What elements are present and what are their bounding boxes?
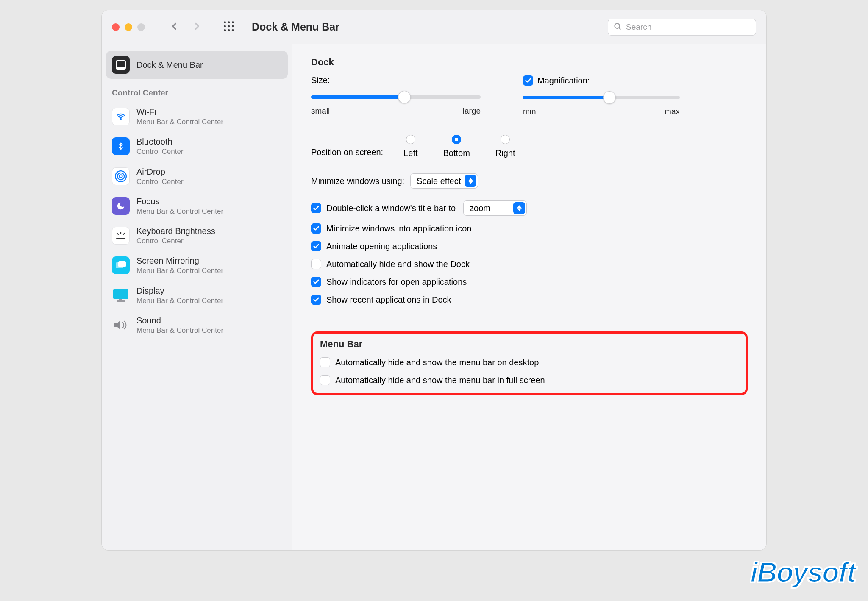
svg-point-1 <box>228 21 230 23</box>
svg-marker-27 <box>468 181 473 184</box>
sidebar-item-dock-menubar[interactable]: Dock & Menu Bar <box>106 51 288 79</box>
show-recent-checkbox[interactable] <box>311 295 321 305</box>
svg-point-7 <box>228 29 230 31</box>
sidebar-item-label: Dock & Menu Bar <box>136 60 203 70</box>
magnification-checkbox[interactable] <box>523 75 533 86</box>
minimize-effect-select[interactable]: Scale effect <box>410 173 478 189</box>
main-panel: Dock Size: small large <box>292 44 766 550</box>
sidebar-item-sublabel: Menu Bar & Control Center <box>136 266 223 275</box>
sidebar-item-sublabel: Menu Bar & Control Center <box>136 296 223 305</box>
dblclick-checkbox[interactable] <box>311 203 321 213</box>
check-label: Show recent applications in Dock <box>326 295 451 305</box>
sidebar-item-display[interactable]: Display Menu Bar & Control Center <box>106 281 288 310</box>
position-right-radio[interactable] <box>501 135 510 144</box>
position-radio-group: Left Bottom Right <box>403 135 515 158</box>
autohide-menubar-desktop-checkbox[interactable] <box>320 357 330 367</box>
svg-point-5 <box>232 25 234 27</box>
sound-icon <box>112 316 130 334</box>
search-input[interactable] <box>626 22 751 32</box>
minimize-into-icon-checkbox[interactable] <box>311 223 321 234</box>
position-right-label: Right <box>495 148 515 158</box>
show-indicators-checkbox[interactable] <box>311 277 321 287</box>
svg-marker-29 <box>517 208 522 211</box>
position-label: Position on screen: <box>311 147 383 157</box>
sidebar-item-wifi[interactable]: Wi-Fi Menu Bar & Control Center <box>106 102 288 131</box>
magnification-label: Magnification: <box>537 76 590 86</box>
check-label: Animate opening applications <box>326 242 437 251</box>
highlight-annotation: Menu Bar Automatically hide and show the… <box>311 331 748 395</box>
svg-point-15 <box>117 173 124 179</box>
size-slider[interactable] <box>311 95 481 99</box>
position-left-label: Left <box>403 148 417 158</box>
dblclick-action-value: zoom <box>470 203 490 213</box>
svg-line-10 <box>619 28 621 29</box>
sidebar-item-sublabel: Control Center <box>136 237 215 245</box>
section-divider <box>292 320 766 320</box>
sidebar-item-sublabel: Menu Bar & Control Center <box>136 326 223 335</box>
position-bottom-label: Bottom <box>443 148 470 158</box>
airdrop-icon <box>112 167 130 185</box>
svg-point-6 <box>224 29 226 31</box>
sidebar-item-label: Wi-Fi <box>136 107 223 117</box>
autohide-menubar-fullscreen-checkbox[interactable] <box>320 375 330 385</box>
sidebar-item-label: Display <box>136 286 223 296</box>
magnification-slider[interactable] <box>523 96 680 99</box>
position-left-radio[interactable] <box>406 135 415 144</box>
zoom-window-button[interactable] <box>137 23 145 31</box>
svg-point-14 <box>120 175 122 178</box>
sidebar-item-screen-mirroring[interactable]: Screen Mirroring Menu Bar & Control Cent… <box>106 250 288 280</box>
sidebar-item-keyboard-brightness[interactable]: Keyboard Brightness Control Center <box>106 221 288 250</box>
back-button[interactable] <box>169 21 180 33</box>
autohide-dock-checkbox[interactable] <box>311 259 321 269</box>
titlebar: Dock & Menu Bar <box>102 10 766 44</box>
check-label: Automatically hide and show the Dock <box>326 259 470 269</box>
svg-point-2 <box>232 21 234 23</box>
minimize-window-button[interactable] <box>125 23 132 31</box>
sidebar-item-airdrop[interactable]: AirDrop Control Center <box>106 161 288 191</box>
window-title: Dock & Menu Bar <box>252 21 599 33</box>
dock-icon <box>112 56 130 74</box>
forward-button[interactable] <box>192 21 203 33</box>
size-label: Size: <box>311 75 330 85</box>
svg-point-0 <box>224 21 226 23</box>
svg-rect-24 <box>119 299 122 300</box>
size-min-label: small <box>311 106 330 116</box>
check-label: Automatically hide and show the menu bar… <box>335 358 539 367</box>
close-window-button[interactable] <box>112 23 120 31</box>
sidebar-item-bluetooth[interactable]: Bluetooth Control Center <box>106 131 288 161</box>
svg-point-8 <box>232 29 234 31</box>
show-all-prefs-button[interactable] <box>223 20 235 34</box>
svg-marker-26 <box>468 178 473 181</box>
minimize-effect-value: Scale effect <box>417 176 461 186</box>
sidebar-item-sound[interactable]: Sound Menu Bar & Control Center <box>106 310 288 340</box>
sidebar-item-sublabel: Menu Bar & Control Center <box>136 117 223 126</box>
sidebar-item-label: Focus <box>136 196 223 207</box>
position-bottom-radio[interactable] <box>452 135 461 144</box>
sidebar-item-focus[interactable]: Focus Menu Bar & Control Center <box>106 191 288 221</box>
sidebar-item-sublabel: Menu Bar & Control Center <box>136 207 223 216</box>
svg-rect-12 <box>116 67 125 69</box>
check-label: Minimize windows into application icon <box>326 224 471 234</box>
dblclick-action-select[interactable]: zoom <box>463 200 527 216</box>
preferences-window: Dock & Menu Bar Dock & Menu Bar Control … <box>102 10 766 550</box>
mag-max-label: max <box>665 107 680 116</box>
keyboard-brightness-icon <box>112 227 130 245</box>
sidebar-item-sublabel: Control Center <box>136 177 184 186</box>
svg-rect-25 <box>117 300 125 302</box>
sidebar-item-sublabel: Control Center <box>136 147 184 156</box>
magnification-slider-thumb[interactable] <box>603 91 616 104</box>
display-icon <box>112 287 130 304</box>
sidebar-item-label: Sound <box>136 315 223 326</box>
sidebar[interactable]: Dock & Menu Bar Control Center Wi-Fi Men… <box>102 44 292 550</box>
minimize-using-label: Minimize windows using: <box>311 176 404 186</box>
nav-arrows <box>169 21 203 33</box>
search-field[interactable] <box>608 19 756 36</box>
svg-line-18 <box>117 233 118 234</box>
size-slider-thumb[interactable] <box>398 91 411 103</box>
window-body: Dock & Menu Bar Control Center Wi-Fi Men… <box>102 44 766 550</box>
size-max-label: large <box>463 106 481 116</box>
mag-min-label: min <box>523 107 536 116</box>
animate-opening-checkbox[interactable] <box>311 241 321 251</box>
sidebar-item-label: AirDrop <box>136 167 184 177</box>
dblclick-label: Double-click a window's title bar to <box>326 203 456 213</box>
